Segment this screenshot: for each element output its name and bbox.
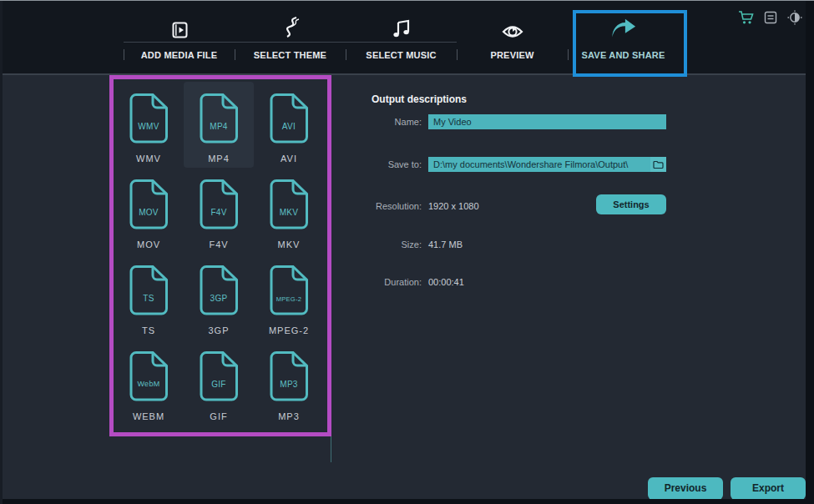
browse-folder-button[interactable] bbox=[650, 157, 666, 172]
file-icon: MPEG-2 bbox=[270, 265, 308, 315]
file-icon: MOV bbox=[129, 179, 168, 229]
file-icon-label: MP4 bbox=[200, 122, 238, 131]
tab-label: PREVIEW bbox=[490, 50, 533, 60]
tab-save-and-share[interactable]: SAVE AND SHARE bbox=[568, 1, 679, 75]
tab-label: SELECT MUSIC bbox=[366, 50, 436, 60]
add-media-icon bbox=[124, 16, 235, 43]
file-icon: TS bbox=[129, 265, 168, 315]
folder-icon bbox=[653, 160, 664, 169]
format-tile-ts[interactable]: TS TS bbox=[114, 254, 184, 340]
file-icon-label: F4V bbox=[200, 208, 238, 217]
duration-label: Duration: bbox=[359, 275, 422, 290]
format-tile-gif[interactable]: GIF GIF bbox=[184, 340, 254, 426]
format-tile-mkv[interactable]: MKV MKV bbox=[254, 168, 324, 254]
save-to-label: Save to: bbox=[359, 157, 422, 172]
file-icon: WMV bbox=[129, 93, 168, 144]
output-descriptions-title: Output descriptions bbox=[372, 93, 467, 105]
file-icon-label: AVI bbox=[270, 122, 308, 131]
size-label: Size: bbox=[359, 237, 422, 252]
tab-select-theme[interactable]: SELECT THEME bbox=[235, 1, 346, 75]
format-label: AVI bbox=[281, 154, 297, 164]
music-note-icon bbox=[346, 16, 457, 43]
cart-icon[interactable] bbox=[738, 9, 755, 26]
format-label: F4V bbox=[209, 239, 228, 249]
file-icon-label: WMV bbox=[129, 122, 168, 131]
theme-ribbon-icon bbox=[235, 16, 346, 43]
wizard-tabs: ADD MEDIA FILE SELECT THEME SELECT M bbox=[124, 1, 679, 75]
format-tile-mp3[interactable]: MP3 MP3 bbox=[254, 340, 324, 426]
save-to-input[interactable] bbox=[428, 157, 666, 172]
format-tile-wmv[interactable]: WMV WMV bbox=[114, 82, 184, 168]
tab-add-media-file[interactable]: ADD MEDIA FILE bbox=[124, 1, 235, 75]
format-label: WEBM bbox=[133, 411, 164, 421]
format-tile-avi[interactable]: AVI AVI bbox=[254, 82, 324, 168]
duration-value: 00:00:41 bbox=[428, 275, 464, 290]
window-bottom-edge bbox=[0, 499, 814, 504]
file-icon: MP4 bbox=[200, 93, 238, 144]
format-tile-f4v[interactable]: F4V F4V bbox=[184, 168, 254, 254]
format-label: MKV bbox=[278, 239, 301, 249]
size-value: 41.7 MB bbox=[428, 237, 463, 252]
preview-eye-icon bbox=[457, 16, 568, 43]
window-utility-icons bbox=[738, 9, 803, 26]
window-right-edge bbox=[806, 1, 814, 504]
previous-button[interactable]: Previous bbox=[648, 477, 723, 500]
resolution-value: 1920 x 1080 bbox=[428, 199, 479, 214]
file-icon-label: MP3 bbox=[270, 380, 308, 389]
file-icon-label: GIF bbox=[200, 380, 238, 389]
settings-button[interactable]: Settings bbox=[596, 194, 666, 214]
file-icon: F4V bbox=[200, 179, 238, 229]
format-label: MOV bbox=[137, 239, 160, 249]
file-icon-label: WebM bbox=[129, 380, 168, 388]
tab-preview[interactable]: PREVIEW bbox=[457, 1, 568, 75]
tab-label: ADD MEDIA FILE bbox=[141, 50, 218, 60]
file-icon: MKV bbox=[270, 179, 308, 229]
file-icon: 3GP bbox=[200, 265, 238, 315]
file-icon-label: MPEG-2 bbox=[270, 295, 308, 303]
share-arrow-icon bbox=[568, 16, 679, 43]
file-icon-label: MOV bbox=[129, 208, 168, 217]
file-icon: MP3 bbox=[270, 351, 308, 401]
format-label: MP4 bbox=[208, 154, 230, 164]
name-input[interactable] bbox=[428, 114, 666, 129]
tab-label: SELECT THEME bbox=[254, 50, 326, 60]
resolution-label: Resolution: bbox=[359, 199, 422, 214]
file-icon-label: MKV bbox=[270, 208, 308, 217]
file-icon: WebM bbox=[129, 351, 168, 401]
name-label: Name: bbox=[359, 114, 422, 129]
panel-divider bbox=[331, 80, 331, 462]
file-icon: GIF bbox=[200, 351, 238, 401]
file-icon: AVI bbox=[270, 93, 308, 144]
format-grid: WMV WMV MP4 MP4 AVI AVI MOV MOV F4V F4V bbox=[114, 82, 324, 426]
format-label: WMV bbox=[136, 154, 161, 164]
brightness-icon[interactable] bbox=[786, 9, 803, 26]
format-tile-mp4[interactable]: MP4 MP4 bbox=[184, 82, 254, 168]
tab-select-music[interactable]: SELECT MUSIC bbox=[346, 1, 457, 75]
file-icon-label: 3GP bbox=[200, 294, 238, 303]
format-tile-3gp[interactable]: 3GP 3GP bbox=[184, 254, 254, 340]
format-label: MP3 bbox=[278, 411, 300, 421]
format-label: 3GP bbox=[208, 325, 229, 335]
menu-icon[interactable] bbox=[762, 9, 779, 26]
export-button[interactable]: Export bbox=[731, 477, 806, 500]
format-label: GIF bbox=[210, 411, 227, 421]
window-left-edge bbox=[0, 1, 3, 504]
tab-label: SAVE AND SHARE bbox=[582, 50, 665, 60]
format-label: MPEG-2 bbox=[269, 325, 309, 335]
file-icon-label: TS bbox=[129, 294, 168, 303]
format-tile-webm[interactable]: WebM WEBM bbox=[114, 340, 184, 426]
top-navigation-bar: ADD MEDIA FILE SELECT THEME SELECT M bbox=[0, 1, 814, 75]
format-tile-mpeg2[interactable]: MPEG-2 MPEG-2 bbox=[254, 254, 324, 340]
format-tile-mov[interactable]: MOV MOV bbox=[114, 168, 184, 254]
format-label: TS bbox=[142, 325, 155, 335]
